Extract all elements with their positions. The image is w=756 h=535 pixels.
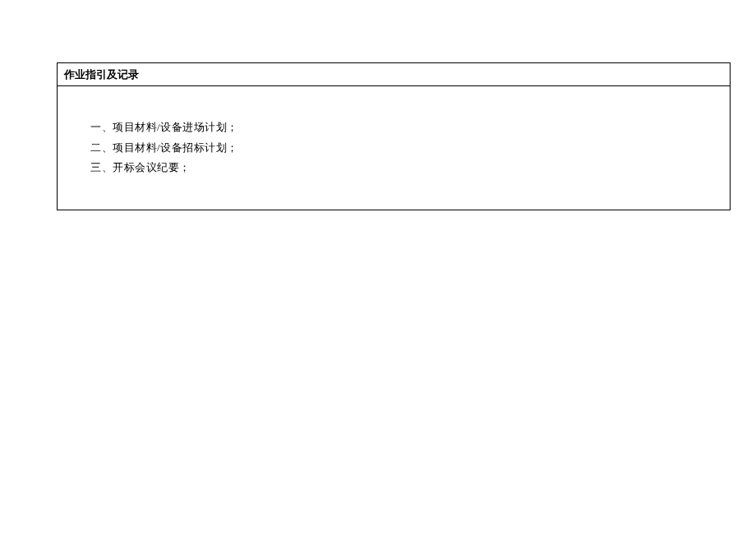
document-title: 作业指引及记录 bbox=[64, 68, 139, 81]
list-item: 三、开标会议纪要； bbox=[90, 158, 723, 178]
list-item: 二、项目材料/设备招标计划； bbox=[90, 138, 723, 159]
header-row: 作业指引及记录 bbox=[58, 63, 730, 86]
content-area: 一、项目材料/设备进场计划； 二、项目材料/设备招标计划； 三、开标会议纪要； bbox=[58, 86, 730, 210]
document-container: 作业指引及记录 一、项目材料/设备进场计划； 二、项目材料/设备招标计划； 三、… bbox=[57, 62, 731, 210]
list-item: 一、项目材料/设备进场计划； bbox=[90, 118, 723, 138]
